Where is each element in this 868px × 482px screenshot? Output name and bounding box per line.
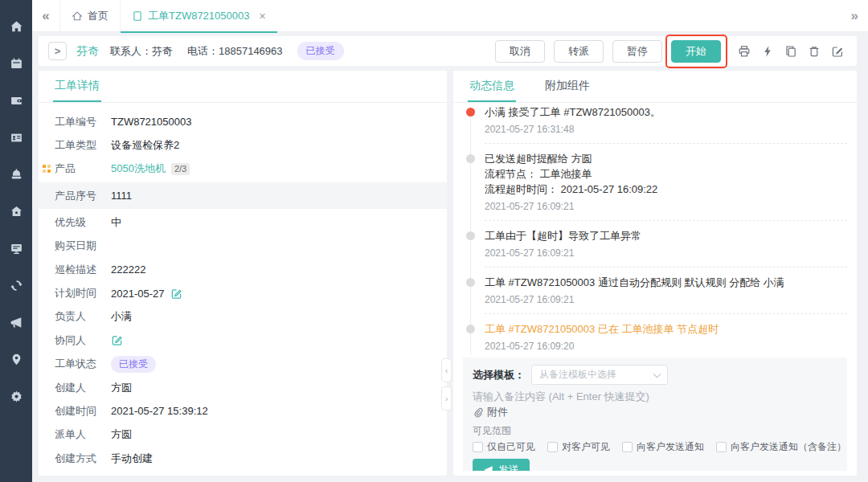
home-outline-icon: [72, 10, 83, 22]
tabs-scroll-right-icon[interactable]: »: [851, 8, 858, 24]
status-badge: 已接受: [297, 42, 344, 60]
field-value: 1111: [111, 190, 132, 202]
field-value: 手动创建: [111, 451, 153, 466]
customer-icon[interactable]: [0, 119, 32, 156]
splitter-collapse-handle[interactable]: ‹: [441, 358, 452, 382]
field-value: TZW8721050003: [111, 116, 191, 128]
field-value-text: 222222: [111, 263, 145, 276]
field-row: 计划时间2021-05-27: [39, 281, 447, 304]
device-monitor-icon[interactable]: [0, 230, 32, 267]
customer-name[interactable]: 芬奇: [76, 44, 99, 59]
checkbox-icon[interactable]: [547, 442, 558, 452]
service-desk-icon[interactable]: [0, 156, 32, 193]
field-label: 派单人: [55, 427, 111, 442]
field-row: 创建方式手动创建: [39, 447, 447, 470]
product-grid-icon: [43, 165, 51, 173]
chevron-down-icon: [653, 370, 661, 378]
tab-workorder[interactable]: 工单TZW8721050003 ×: [120, 0, 277, 32]
field-label: 协同人: [55, 333, 111, 348]
visibility-checkbox-2[interactable]: 对客户可见: [547, 440, 610, 454]
timeline-item: 工单 #TZW8721050003 已在 工单池接单 节点超时2021-05-2…: [466, 321, 847, 353]
field-value: 中: [111, 215, 121, 230]
field-label: 产品序号: [55, 189, 111, 203]
tab-close-icon[interactable]: ×: [259, 10, 265, 22]
timeline-dot: [466, 154, 475, 163]
asset-icon[interactable]: [0, 341, 32, 378]
timeline-dot: [466, 108, 475, 116]
visibility-checkbox-1[interactable]: 仅自己可见: [473, 440, 535, 454]
dispatch-icon[interactable]: [0, 267, 32, 304]
settings-icon[interactable]: [0, 378, 32, 415]
field-label: 创建人: [55, 381, 111, 395]
checkbox-icon[interactable]: [716, 442, 727, 452]
transfer-button[interactable]: 转派: [554, 40, 604, 63]
visibility-checkbox-4[interactable]: 向客户发送通知（含备注）: [716, 440, 846, 454]
detail-tabs: 工单详情: [39, 71, 447, 103]
product-link[interactable]: 5050洗地机: [111, 161, 166, 176]
attachment-label: 附件: [487, 405, 508, 419]
field-value: [111, 334, 123, 346]
tab-home-label: 首页: [88, 9, 108, 23]
tab-attachments[interactable]: 附加组件: [545, 79, 590, 102]
field-value-text: 1111: [111, 190, 132, 202]
workorder-status-badge: 已接受: [111, 356, 156, 373]
timeline-divider: [485, 313, 847, 314]
field-value-text: 2021-05-27: [111, 288, 165, 300]
cancel-button[interactable]: 取消: [495, 40, 545, 63]
field-row: 创建人方圆: [39, 376, 447, 399]
field-label: 工单类型: [55, 138, 111, 153]
header-actions: 取消 转派 暂停 开始: [486, 40, 847, 63]
expand-detail-button[interactable]: >: [48, 42, 67, 60]
edit-icon[interactable]: [111, 334, 123, 346]
field-label: 计划时间: [55, 286, 111, 300]
timeline-text: 工单 #TZW8721050003 已在 工单池接单 节点超时: [485, 321, 847, 337]
timeline-item: 工单由于【超时】导致了工单异常2021-05-27 16:09:21: [466, 228, 847, 259]
tabs-scroll-left-icon[interactable]: «: [32, 8, 59, 24]
field-row: 优先级中: [39, 210, 447, 234]
pause-button[interactable]: 暂停: [612, 40, 662, 63]
field-value-text: 手动创建: [111, 451, 153, 466]
workorder-header: > 芬奇 联系人：芬奇 电话：18857146963 已接受 取消 转派 暂停 …: [39, 36, 857, 66]
splitter-expand-handle[interactable]: ›: [441, 386, 452, 411]
field-value: 方圆: [111, 427, 132, 442]
work-order-icon[interactable]: [0, 82, 32, 119]
delete-icon[interactable]: [805, 42, 824, 61]
template-select[interactable]: 从备注模板中选择: [531, 365, 668, 385]
timeline-item: 工单 #TZW8721050003 通过自动分配规则 默认规则 分配给 小满20…: [466, 275, 847, 306]
checkbox-icon[interactable]: [622, 442, 633, 452]
note-input[interactable]: [473, 390, 837, 403]
timeline-timestamp: 2021-05-27 16:09:21: [485, 201, 847, 213]
tab-home[interactable]: 首页: [59, 0, 120, 32]
start-button[interactable]: 开始: [671, 40, 721, 63]
field-label: 购买日期: [55, 239, 111, 253]
send-button[interactable]: 发送: [473, 459, 530, 471]
automation-icon[interactable]: [758, 42, 777, 61]
field-label: 产品: [55, 161, 111, 176]
edit-icon[interactable]: [828, 42, 847, 61]
field-label: 创建时间: [55, 404, 111, 419]
tab-activity-info[interactable]: 动态信息: [469, 79, 514, 102]
product-icon[interactable]: [0, 193, 32, 230]
timeline-item: 已发送超时提醒给 方圆流程节点： 工单池接单流程超时时间： 2021-05-27…: [466, 151, 847, 213]
field-value: 已接受: [111, 356, 156, 373]
home-icon[interactable]: [0, 8, 32, 45]
schedule-icon[interactable]: [0, 45, 32, 82]
field-value-text: 2021-05-27 15:39:12: [111, 405, 208, 417]
timeline-divider: [485, 267, 847, 268]
field-row: 派单人方圆: [39, 423, 447, 447]
field-value-text: 设备巡检保养2: [111, 138, 179, 153]
print-icon[interactable]: [735, 42, 754, 61]
visibility-checkbox-3[interactable]: 向客户发送通知: [622, 440, 704, 454]
checkbox-icon[interactable]: [473, 442, 483, 452]
announcement-icon[interactable]: [0, 304, 32, 341]
field-row: 协同人: [39, 329, 447, 352]
edit-icon[interactable]: [170, 288, 182, 300]
field-value-text: 小满: [111, 309, 132, 324]
field-row: 产品序号1111: [39, 182, 447, 209]
tab-workorder-detail[interactable]: 工单详情: [55, 79, 100, 102]
timeline-text: 流程节点： 工单池接单: [485, 166, 847, 182]
copy-icon[interactable]: [781, 42, 800, 61]
attachment-button[interactable]: 附件: [473, 405, 837, 419]
field-row: 工单编号TZW8721050003: [39, 110, 447, 133]
field-label: 优先级: [55, 215, 111, 230]
